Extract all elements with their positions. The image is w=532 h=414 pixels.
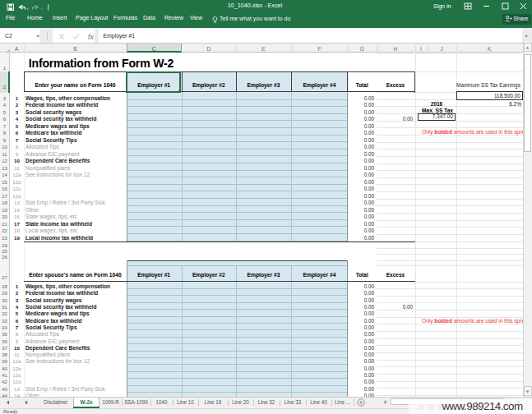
svg-text:fx: fx	[88, 33, 95, 40]
